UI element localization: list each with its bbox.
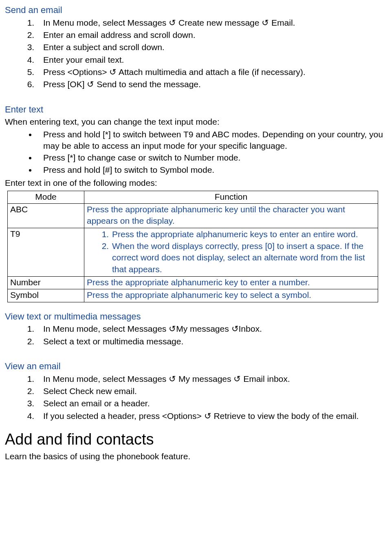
view-messages-steps: In Menu mode, select Messages ↺My messag… bbox=[5, 323, 387, 347]
list-item: If you selected a header, press <Options… bbox=[37, 410, 387, 422]
list-item: Select Check new email. bbox=[37, 386, 387, 397]
modes-table: Mode Function ABC Press the appropriate … bbox=[7, 191, 378, 302]
list-item: Select an email or a header. bbox=[37, 398, 387, 409]
heading-sub: Learn the basics of using the phonebook … bbox=[5, 451, 387, 462]
section-title-send-email: Send an email bbox=[5, 4, 387, 16]
table-row: Number Press the appropriate alphanumeri… bbox=[8, 276, 378, 289]
list-item: Select a text or multimedia message. bbox=[37, 336, 387, 347]
section-title-view-email: View an email bbox=[5, 360, 387, 372]
list-item: Press [OK] ↺ Send to send the message. bbox=[37, 79, 387, 90]
list-item: Press and hold [#] to switch to Symbol m… bbox=[37, 164, 387, 176]
mode-symbol-label: Symbol bbox=[8, 289, 84, 302]
mode-number-label: Number bbox=[8, 276, 84, 289]
list-item: Enter a subject and scroll down. bbox=[37, 42, 387, 53]
table-row: T9 Press the appropriate alphanumeric ke… bbox=[8, 228, 378, 276]
enter-text-bullets: Press and hold [*] to switch between T9 … bbox=[5, 129, 387, 176]
list-item: In Menu mode, select Messages ↺My messag… bbox=[37, 323, 387, 335]
list-item: Press [*] to change case or switch to Nu… bbox=[37, 152, 387, 163]
list-item: In Menu mode, select Messages ↺ Create n… bbox=[37, 17, 387, 29]
list-item: Enter an email address and scroll down. bbox=[37, 29, 387, 41]
table-header-mode: Mode bbox=[8, 191, 84, 203]
section-title-view-messages: View text or multimedia messages bbox=[5, 311, 387, 323]
enter-text-outro: Enter text in one of the following modes… bbox=[5, 177, 387, 189]
list-item: Press and hold [*] to switch between T9 … bbox=[37, 129, 387, 152]
list-item: Enter your email text. bbox=[37, 54, 387, 66]
enter-text-intro: When entering text, you can change the t… bbox=[5, 116, 387, 128]
list-item: Press <Options> ↺ Attach multimedia and … bbox=[37, 66, 387, 78]
view-email-steps: In Menu mode, select Messages ↺ My messa… bbox=[5, 373, 387, 422]
mode-symbol-function: Press the appropriate alphanumeric key t… bbox=[84, 289, 378, 302]
table-header-function: Function bbox=[84, 191, 378, 203]
table-row: ABC Press the appropriate alphanumeric k… bbox=[8, 203, 378, 228]
mode-t9-label: T9 bbox=[8, 228, 84, 276]
mode-t9-function: Press the appropriate alphanumeric keys … bbox=[84, 228, 378, 276]
send-email-steps: In Menu mode, select Messages ↺ Create n… bbox=[5, 17, 387, 90]
list-item: In Menu mode, select Messages ↺ My messa… bbox=[37, 373, 387, 385]
list-item: Press the appropriate alphanumeric keys … bbox=[111, 229, 375, 240]
mode-number-function: Press the appropriate alphanumeric key t… bbox=[84, 276, 378, 289]
mode-abc-function: Press the appropriate alphanumeric key u… bbox=[84, 203, 378, 228]
mode-abc-label: ABC bbox=[8, 203, 84, 228]
section-title-enter-text: Enter text bbox=[5, 104, 387, 116]
heading-add-find-contacts: Add and find contacts bbox=[5, 429, 387, 450]
list-item: When the word displays correctly, press … bbox=[111, 240, 375, 275]
table-row: Symbol Press the appropriate alphanumeri… bbox=[8, 289, 378, 302]
